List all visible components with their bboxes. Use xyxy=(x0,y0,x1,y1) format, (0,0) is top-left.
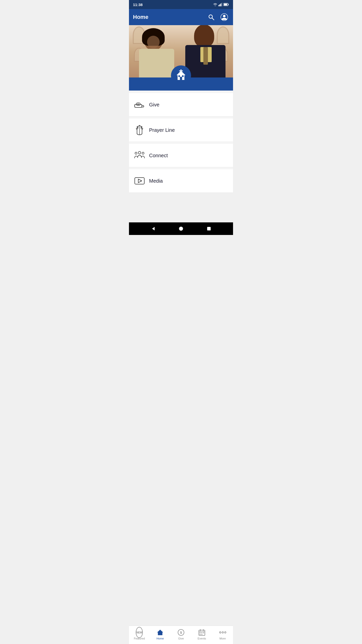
signal-icon xyxy=(218,3,222,6)
status-icons xyxy=(213,3,229,6)
back-icon xyxy=(151,226,156,231)
svg-text:$: $ xyxy=(138,103,139,105)
woman-figure xyxy=(139,28,177,78)
recents-icon xyxy=(207,226,211,231)
svg-point-10 xyxy=(223,15,225,17)
svg-rect-6 xyxy=(224,4,227,6)
svg-point-27 xyxy=(142,152,144,154)
android-home-icon xyxy=(178,226,184,231)
svg-rect-50 xyxy=(207,227,211,230)
media-menu-item[interactable]: Media xyxy=(129,169,233,193)
svg-rect-16 xyxy=(178,75,180,77)
give-icon: $ xyxy=(134,99,145,110)
connect-svg xyxy=(134,151,145,160)
hero-section xyxy=(129,25,233,91)
svg-rect-18 xyxy=(180,77,182,80)
profile-button[interactable] xyxy=(219,12,229,22)
svg-marker-48 xyxy=(152,227,155,230)
app-header: Home xyxy=(129,9,233,25)
back-button[interactable] xyxy=(149,225,157,232)
svg-rect-2 xyxy=(220,4,221,6)
svg-point-26 xyxy=(135,152,137,154)
battery-icon xyxy=(223,3,229,6)
media-svg xyxy=(134,177,145,185)
svg-line-8 xyxy=(212,18,214,20)
give-menu-item[interactable]: $ Give xyxy=(129,93,233,116)
svg-rect-17 xyxy=(182,75,184,77)
page-title: Home xyxy=(133,14,148,20)
svg-line-29 xyxy=(142,156,143,157)
home-button[interactable] xyxy=(177,225,185,232)
svg-point-25 xyxy=(138,151,141,154)
prayer-svg xyxy=(135,125,144,135)
svg-rect-30 xyxy=(135,178,144,184)
wifi-icon xyxy=(213,3,217,6)
prayer-icon xyxy=(134,125,145,136)
svg-rect-15 xyxy=(179,70,183,71)
profile-icon xyxy=(220,13,228,21)
church-logo-circle xyxy=(171,65,191,86)
hero-image xyxy=(129,25,233,91)
man-figure xyxy=(185,25,228,78)
recents-button[interactable] xyxy=(205,225,213,232)
media-icon xyxy=(134,175,145,186)
svg-rect-0 xyxy=(218,5,219,6)
prayer-line-menu-item[interactable]: Prayer Line xyxy=(129,118,233,142)
svg-rect-5 xyxy=(228,4,229,5)
church-logo-icon xyxy=(175,69,187,82)
connect-icon xyxy=(134,150,145,161)
svg-marker-31 xyxy=(138,179,142,183)
search-icon xyxy=(208,14,214,20)
svg-point-49 xyxy=(179,227,183,231)
search-button[interactable] xyxy=(207,13,215,21)
svg-line-28 xyxy=(136,156,138,157)
connect-label: Connect xyxy=(149,153,168,158)
media-label: Media xyxy=(149,178,163,184)
svg-rect-3 xyxy=(221,3,222,6)
status-bar: 11:38 xyxy=(129,0,233,9)
svg-rect-1 xyxy=(219,4,220,6)
bottom-spacer xyxy=(129,195,233,222)
prayer-line-label: Prayer Line xyxy=(149,127,175,133)
menu-list: $ Give Prayer Line xyxy=(129,91,233,193)
give-svg: $ xyxy=(134,100,145,109)
time-display: 11:38 xyxy=(133,3,143,7)
android-nav-bar xyxy=(129,222,233,235)
header-actions xyxy=(207,12,229,22)
connect-menu-item[interactable]: Connect xyxy=(129,144,233,167)
give-label: Give xyxy=(149,102,159,108)
